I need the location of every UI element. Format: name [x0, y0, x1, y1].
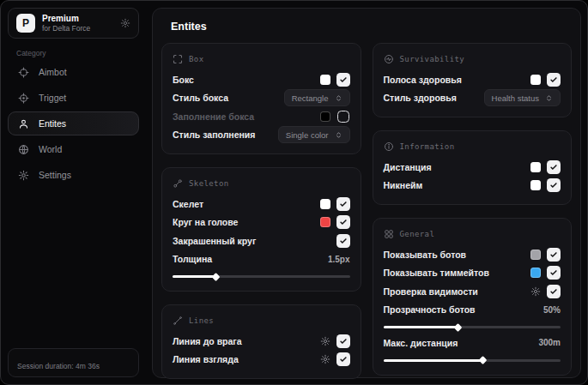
panel-title: Lines: [189, 316, 214, 325]
color-swatch[interactable]: [530, 250, 541, 260]
color-swatch[interactable]: [530, 268, 541, 278]
slider-thumb[interactable]: [454, 323, 463, 332]
setting-row-max-distance: Макс. дистанция 300m: [384, 334, 561, 352]
checkbox[interactable]: [547, 73, 561, 87]
sidebar-item-label: World: [39, 144, 62, 154]
slider-fill: [173, 275, 215, 278]
gear-icon[interactable]: [320, 336, 330, 346]
skeleton-panel: Skeleton Скелет Круг на голове: [161, 167, 361, 292]
panel-title: Information: [400, 142, 455, 151]
gear-icon[interactable]: [320, 354, 330, 364]
checkbox[interactable]: [336, 197, 350, 211]
gear-icon[interactable]: [120, 18, 130, 28]
row-label: Дистанция: [384, 162, 432, 172]
slider-value: 300m: [538, 338, 561, 347]
row-label: Показывать тиммейтов: [384, 268, 489, 278]
check-icon: [339, 355, 348, 364]
row-label: Никнейм: [384, 180, 423, 190]
gear-icon: [18, 170, 29, 181]
slider-fill: [384, 326, 458, 328]
sidebar-item-settings[interactable]: Settings: [8, 163, 139, 187]
max-distance-slider[interactable]: [384, 359, 561, 362]
setting-row-fill-style: Стиль заполнения Single color: [173, 126, 350, 145]
color-swatch[interactable]: [320, 217, 330, 227]
checkbox[interactable]: [547, 178, 561, 192]
row-label: Показывать ботов: [384, 250, 467, 260]
slider-fill: [384, 359, 483, 362]
session-duration-label: Session duration: 4m 36s: [17, 362, 100, 370]
bot-opacity-slider[interactable]: [384, 326, 561, 328]
panel-title: Box: [189, 55, 203, 63]
setting-row-enemy-line: Линия до врага: [173, 332, 350, 351]
color-swatch[interactable]: [530, 162, 541, 172]
check-icon: [549, 250, 558, 259]
fill-style-select[interactable]: Single color: [278, 126, 350, 143]
sidebar-menu: Aimbot Trigget Entites World Settings: [8, 60, 139, 187]
checkbox[interactable]: [547, 266, 561, 280]
row-label: Проверка видимости: [384, 286, 478, 297]
row-label: Скелет: [173, 199, 203, 209]
checkbox[interactable]: [336, 234, 350, 248]
brand-subtitle: for Delta Force: [42, 24, 113, 33]
crosshair-icon: [18, 67, 29, 78]
slider-thumb[interactable]: [479, 356, 488, 364]
checkbox[interactable]: [336, 73, 350, 87]
sidebar-item-label: Entites: [39, 118, 66, 129]
information-panel: Information Дистанция Никнейм: [373, 130, 573, 205]
panel-title: Skeleton: [189, 179, 229, 188]
setting-row-head-circle: Круг на голове: [173, 214, 350, 232]
check-icon: [549, 181, 558, 189]
select-value: Single color: [286, 130, 329, 140]
checkbox[interactable]: [547, 285, 561, 298]
row-label: Стиль заполнения: [173, 129, 255, 140]
check-icon: [339, 75, 348, 84]
setting-row-show-bots: Показывать ботов: [384, 245, 561, 264]
setting-row-bot-opacity: Прозрачность ботов 50%: [384, 301, 561, 320]
brand-text: Premium for Delta Force: [42, 14, 113, 33]
checkbox[interactable]: [336, 215, 350, 229]
setting-row-health-style: Стиль здоровья Health status: [384, 89, 561, 108]
row-label: Макс. дистанция: [384, 338, 458, 348]
color-swatch[interactable]: [530, 180, 541, 190]
checkbox[interactable]: [547, 248, 561, 262]
row-label: Линия взгляда: [173, 354, 239, 364]
box-style-select[interactable]: Rectangle: [284, 89, 350, 106]
setting-row-skeleton: Скелет: [173, 195, 350, 214]
brand-logo: P: [16, 14, 35, 33]
row-label: Бокс: [173, 75, 194, 85]
health-style-select[interactable]: Health status: [484, 89, 561, 106]
sidebar-item-label: Aimbot: [39, 67, 67, 77]
color-swatch[interactable]: [530, 75, 541, 85]
checkbox[interactable]: [336, 352, 350, 366]
grid-icon: [384, 229, 394, 239]
category-label: Category: [16, 49, 46, 57]
diagonal-line-icon: [173, 316, 183, 326]
checkbox[interactable]: [337, 111, 349, 123]
color-swatch[interactable]: [320, 75, 330, 85]
checkbox[interactable]: [547, 160, 561, 174]
sidebar-item-entites[interactable]: Entites: [8, 111, 139, 135]
sidebar-item-trigget[interactable]: Trigget: [8, 86, 139, 110]
person-icon: [18, 118, 29, 129]
color-swatch[interactable]: [320, 111, 330, 122]
lines-panel: Lines Линия до врага Линия взгляда: [161, 304, 361, 379]
slider-value: 50%: [543, 305, 561, 315]
checkbox[interactable]: [336, 334, 350, 348]
sidebar-item-world[interactable]: World: [8, 137, 139, 161]
setting-row-view-line: Линия взгляда: [173, 351, 350, 370]
color-swatch[interactable]: [320, 199, 330, 209]
box-panel: Box Бокс Стиль бокса Rectangle: [161, 43, 361, 154]
chevrons-up-down-icon: [545, 94, 553, 102]
check-icon: [549, 75, 558, 84]
sidebar-item-aimbot[interactable]: Aimbot: [8, 60, 139, 84]
session-duration: Session duration: 4m 36s: [8, 348, 139, 377]
thickness-slider[interactable]: [173, 275, 350, 278]
left-column: Box Бокс Стиль бокса Rectangle: [161, 43, 361, 379]
pulse-icon: [384, 54, 394, 64]
slider-thumb[interactable]: [211, 273, 220, 281]
panel-title: General: [400, 230, 435, 238]
setting-row-filled-circle: Закрашенный круг: [173, 232, 350, 250]
row-label: Линия до врага: [173, 336, 242, 346]
gear-icon[interactable]: [530, 286, 541, 297]
bone-icon: [173, 178, 183, 189]
